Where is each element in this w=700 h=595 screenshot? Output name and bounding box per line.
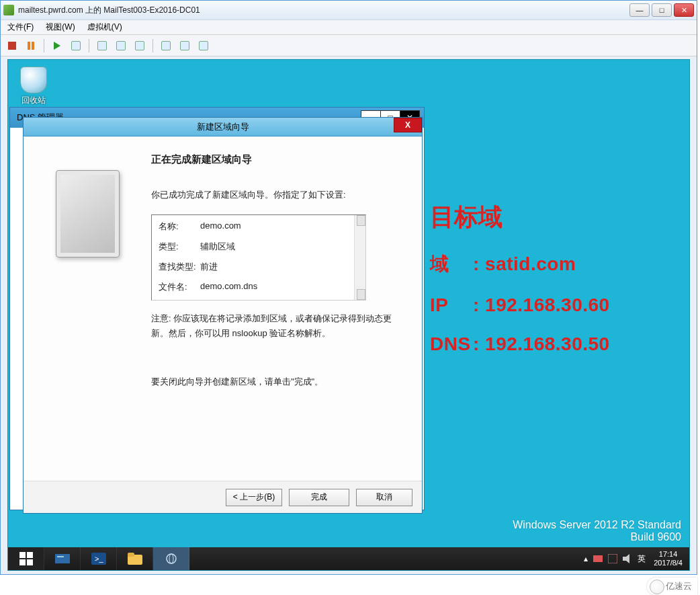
annotation-overlay: 目标域 域: satid.com IP: 192.168.30.60 DNS: … [430, 201, 610, 372]
summary-file-label: 文件名: [159, 281, 200, 293]
clock-time: 17:14 [654, 550, 683, 559]
play-button[interactable] [50, 38, 64, 53]
server-manager-icon [55, 553, 70, 565]
cd-icon [180, 41, 189, 50]
snapshot-icon [97, 41, 107, 50]
task-server-manager[interactable] [44, 547, 81, 570]
snapshot-button[interactable] [95, 38, 110, 53]
wizard-heading: 正在完成新建区域向导 [151, 153, 405, 166]
server-info: Windows Server 2012 R2 Standard Build 96… [513, 519, 681, 543]
floppy-icon [199, 41, 208, 50]
taskbar[interactable]: >_ ▴ 英 17:14 2017/8/4 [8, 547, 689, 570]
dns-icon [164, 553, 179, 565]
wizard-close-button[interactable]: X [394, 118, 422, 132]
network-icon[interactable] [608, 554, 617, 563]
refresh-button[interactable] [69, 38, 83, 53]
svg-rect-2 [27, 552, 33, 558]
menu-bar: 文件(F) 视图(W) 虚拟机(V) [1, 20, 697, 35]
summary-lookup-value: 前进 [200, 261, 218, 273]
svg-rect-1 [19, 552, 26, 558]
start-button[interactable] [8, 547, 44, 570]
new-zone-wizard: 新建区域向导 X 正在完成新建区域向导 你已成功完成了新建区域向导。你指定了如下… [23, 117, 423, 514]
summary-file-value: demo.com.dns [200, 281, 257, 293]
fullscreen-button[interactable] [159, 38, 173, 53]
svg-marker-0 [54, 42, 60, 50]
cd-button[interactable] [177, 38, 192, 53]
ime-indicator[interactable]: 英 [638, 553, 646, 565]
snapshot-manage-icon [116, 41, 126, 50]
pause-button[interactable] [24, 38, 38, 53]
snapshot-manage-button[interactable] [114, 38, 128, 53]
window-title: mailtest.pwrd.com 上的 MailTest003-Ex2016-… [18, 5, 629, 16]
wizard-close-hint: 要关闭此向导并创建新区域，请单击"完成"。 [151, 374, 393, 389]
svg-marker-15 [623, 554, 629, 563]
summary-name-value: demo.com [200, 221, 241, 233]
cancel-button[interactable]: 取消 [356, 489, 412, 506]
svg-point-12 [169, 554, 173, 563]
finish-button[interactable]: 完成 [289, 489, 349, 506]
maximize-button[interactable]: □ [652, 3, 672, 17]
task-powershell[interactable]: >_ [81, 547, 117, 570]
svg-rect-14 [608, 554, 617, 563]
summary-type-label: 类型: [159, 241, 200, 253]
svg-rect-13 [593, 555, 603, 562]
summary-type-value: 辅助区域 [200, 241, 235, 253]
clock-date: 2017/8/4 [654, 559, 683, 567]
svg-point-11 [167, 554, 176, 563]
watermark: 亿速云 [647, 578, 697, 595]
summary-scrollbar[interactable] [354, 215, 365, 300]
close-button[interactable]: ✕ [674, 3, 694, 17]
menu-vm[interactable]: 虚拟机(V) [85, 20, 125, 34]
wizard-title: 新建区域向导 [197, 121, 249, 133]
wizard-intro: 你已成功完成了新建区域向导。你指定了如下设置: [151, 189, 405, 201]
task-dns[interactable] [153, 547, 189, 570]
annot-domain-label: 域 [430, 251, 473, 277]
svg-rect-4 [27, 559, 33, 565]
recycle-bin[interactable]: 回收站 [20, 67, 47, 106]
revert-button[interactable] [132, 38, 147, 53]
annot-ip-value: : 192.168.30.60 [473, 294, 610, 315]
annot-dns-value: : 192.168.30.50 [473, 333, 610, 354]
server-edition: Windows Server 2012 R2 Standard [513, 519, 681, 531]
toolbar [1, 35, 697, 56]
recycle-icon [20, 67, 47, 93]
annotation-title: 目标域 [430, 201, 610, 234]
menu-view[interactable]: 视图(W) [43, 20, 77, 34]
flag-icon[interactable] [593, 554, 603, 563]
annot-ip-label: IP [430, 294, 473, 316]
windows-icon [19, 552, 33, 565]
wizard-note: 注意: 你应该现在将记录添加到区域，或者确保记录得到动态更新。然后，你可以用 n… [151, 311, 393, 341]
floppy-button[interactable] [196, 38, 211, 53]
summary-lookup-label: 查找类型: [159, 261, 200, 273]
vsphere-window: mailtest.pwrd.com 上的 MailTest003-Ex2016-… [0, 0, 697, 575]
svg-rect-6 [57, 556, 64, 557]
titlebar[interactable]: mailtest.pwrd.com 上的 MailTest003-Ex2016-… [1, 1, 697, 20]
wizard-titlebar[interactable]: 新建区域向导 X [24, 118, 422, 136]
svg-rect-10 [128, 553, 134, 557]
tray-arrow-icon[interactable]: ▴ [584, 554, 588, 563]
svg-rect-3 [19, 559, 26, 565]
back-button[interactable]: < 上一步(B) [226, 489, 282, 506]
svg-text:>_: >_ [95, 555, 103, 563]
sound-icon[interactable] [623, 554, 632, 563]
server-build: Build 9600 [513, 531, 681, 543]
annot-domain-value: : satid.com [473, 253, 576, 274]
refresh-icon [71, 41, 81, 50]
clock[interactable]: 17:14 2017/8/4 [651, 550, 685, 567]
revert-icon [135, 41, 144, 50]
vsphere-icon [3, 5, 14, 15]
wizard-footer: < 上一步(B) 完成 取消 [24, 481, 422, 513]
server-icon [56, 170, 120, 257]
system-tray[interactable]: ▴ 英 17:14 2017/8/4 [580, 547, 689, 570]
annot-dns-label: DNS [430, 333, 473, 355]
fullscreen-icon [161, 41, 171, 50]
summary-name-label: 名称: [159, 221, 200, 233]
summary-box: 名称:demo.com 类型:辅助区域 查找类型:前进 文件名:demo.com… [151, 214, 366, 301]
stop-button[interactable] [5, 38, 19, 53]
minimize-button[interactable]: — [629, 3, 650, 17]
recycle-label: 回收站 [20, 95, 47, 106]
folder-icon [128, 553, 142, 565]
menu-file[interactable]: 文件(F) [5, 20, 36, 34]
vm-desktop[interactable]: 回收站 DNS 管理器 — □ ✕ 新建区域向导 X [7, 59, 690, 571]
task-explorer[interactable] [117, 547, 153, 570]
